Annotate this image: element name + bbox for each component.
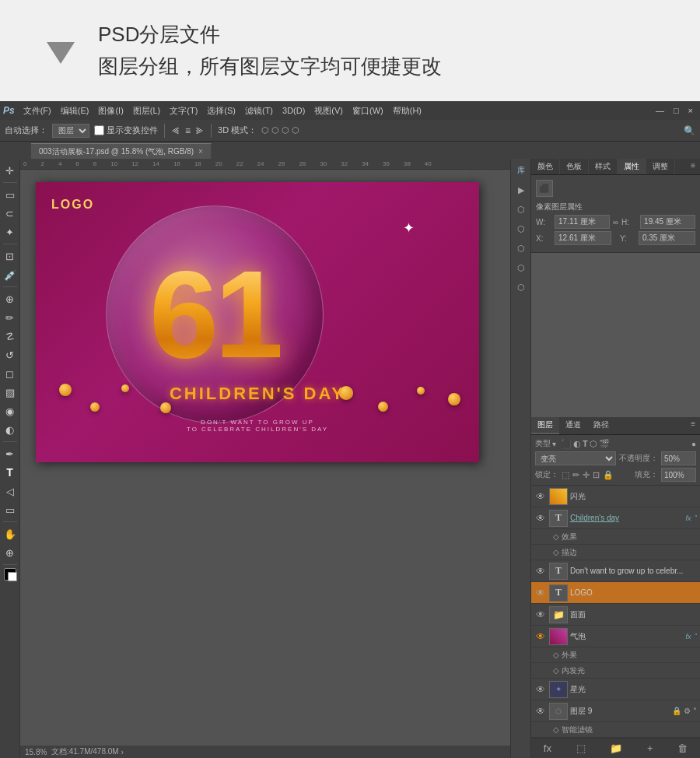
lock-artboard-icon[interactable]: ⊡ [593, 470, 600, 480]
win-maximize[interactable]: □ [670, 104, 683, 117]
layer-item-childrenday[interactable]: 👁 T Children's day fx ˄ [531, 507, 700, 529]
prop-y-value[interactable]: 0.35 厘米 [639, 231, 695, 245]
prop-h-value[interactable]: 19.45 厘米 [640, 215, 695, 229]
fill-input[interactable] [661, 468, 696, 482]
rt-icon-2[interactable]: ⬡ [513, 201, 530, 218]
rt-icon-5[interactable]: ⬡ [513, 259, 530, 276]
filter-smart-icon[interactable]: 🎬 [599, 439, 610, 449]
pen-tool[interactable]: ✒ [2, 445, 19, 462]
filter-dropdown-icon[interactable]: ▾ [552, 440, 556, 448]
menu-text[interactable]: 文字(T) [166, 104, 201, 118]
filter-pixel-icon[interactable]: ⬛ [561, 439, 572, 449]
blend-mode-select[interactable]: 变亮 [535, 451, 616, 465]
document-tab[interactable]: 003活动展板-17.psd @ 15.8% (气泡, RGB/8) × [31, 143, 212, 159]
lock-brush-icon[interactable]: ✏ [572, 470, 579, 480]
menu-edit[interactable]: 编辑(E) [57, 104, 93, 118]
path-selection-tool[interactable]: ◁ [2, 483, 19, 500]
arrow-icon[interactable]: › [119, 748, 124, 756]
history-brush-tool[interactable]: ↺ [2, 346, 19, 363]
gradient-tool[interactable]: ▨ [2, 384, 19, 401]
rt-icon-3[interactable]: ⬡ [513, 220, 530, 237]
move-tool[interactable]: ✛ [2, 162, 19, 179]
tab-properties[interactable]: 属性 [618, 159, 646, 174]
tab-color[interactable]: 颜色 [531, 159, 560, 174]
menu-view[interactable]: 视图(V) [310, 104, 347, 118]
layer-item-layer9[interactable]: 👁 ⬡ 图层 9 🔒 ⚙ ˄ [531, 700, 700, 722]
filter-toggle[interactable]: ● [691, 440, 696, 448]
hand-tool[interactable]: ✋ [2, 525, 19, 542]
library-panel-icon[interactable]: 库 [513, 162, 530, 179]
layer-item-logo[interactable]: 👁 T LOGO [531, 582, 700, 604]
search-icon[interactable]: 🔍 [684, 125, 695, 136]
blur-tool[interactable]: ◉ [2, 402, 19, 419]
menu-layer[interactable]: 图层(L) [129, 104, 164, 118]
eyedropper-tool[interactable]: 💉 [2, 266, 19, 283]
prop-w-value[interactable]: 17.11 厘米 [555, 215, 610, 229]
layer-eye-childrenday[interactable]: 👁 [534, 512, 547, 525]
layers-tab-channels[interactable]: 通道 [559, 417, 587, 434]
tab-swatch[interactable]: 色板 [560, 159, 589, 174]
menu-file[interactable]: 文件(F) [19, 104, 55, 118]
healing-brush-tool[interactable]: ⊕ [2, 290, 19, 307]
menu-window[interactable]: 窗口(W) [348, 104, 387, 118]
layers-tab-paths[interactable]: 路径 [587, 417, 615, 434]
prop-x-value[interactable]: 12.61 厘米 [555, 231, 611, 245]
add-mask-icon[interactable]: ⬚ [574, 740, 588, 756]
zoom-tool[interactable]: ⊕ [2, 544, 19, 561]
align-left-icon[interactable]: ⫷ [171, 125, 180, 136]
type-tool[interactable]: T [2, 464, 19, 481]
win-minimize[interactable]: — [652, 104, 668, 117]
layer-eye-bubble[interactable]: 👁 [534, 630, 547, 643]
align-center-icon[interactable]: ≡ [185, 125, 191, 136]
tab-close-button[interactable]: × [198, 147, 203, 156]
layer-settings-icon[interactable]: ⚙ ˄ [684, 707, 697, 715]
layer-eye-flashlight[interactable]: 👁 [534, 490, 547, 503]
menu-filter[interactable]: 滤镜(T) [241, 104, 277, 118]
delete-layer-icon[interactable]: 🗑 [675, 740, 690, 756]
rt-icon-1[interactable]: ▶ [513, 181, 530, 198]
lock-transparent-icon[interactable]: ⬚ [562, 470, 569, 480]
filter-shape-icon[interactable]: ⬡ [590, 439, 597, 449]
brush-tool[interactable]: ✏ [2, 309, 19, 326]
layers-menu-icon[interactable]: ≡ [686, 417, 700, 434]
auto-select-dropdown[interactable]: 图层 [52, 124, 89, 138]
layer-eye-subtitle[interactable]: 👁 [534, 565, 547, 577]
new-group-icon[interactable]: 📁 [607, 740, 625, 756]
lock-move-icon[interactable]: ✛ [583, 470, 590, 480]
layer-eye-starlight[interactable]: 👁 [534, 683, 547, 696]
filter-text-icon[interactable]: T [583, 439, 588, 448]
foreground-color[interactable] [4, 568, 16, 581]
menu-select[interactable]: 选择(S) [203, 104, 240, 118]
panel-menu-icon[interactable]: ≡ [686, 159, 700, 174]
shape-tool[interactable]: ▭ [2, 501, 19, 518]
layer-item-bubble[interactable]: 👁 气泡 fx ˄ [531, 626, 700, 647]
rt-icon-4[interactable]: ⬡ [513, 240, 530, 257]
lock-all-icon[interactable]: 🔒 [603, 470, 614, 480]
menu-3d[interactable]: 3D(D) [278, 104, 309, 117]
layer-eye-logo[interactable]: 👁 [534, 587, 547, 599]
layer-item-subtitle[interactable]: 👁 T Don't want to grow up to celebr... [531, 560, 700, 582]
prop-link-icon[interactable]: ∞ [613, 218, 618, 226]
tab-style[interactable]: 样式 [589, 159, 618, 174]
add-style-icon[interactable]: fx [541, 740, 554, 756]
layer-item-face[interactable]: 👁 📁 面面 [531, 604, 700, 626]
transform-controls-checkbox[interactable] [94, 125, 104, 135]
crop-tool[interactable]: ⊡ [2, 247, 19, 265]
opacity-input[interactable] [661, 451, 696, 465]
layers-tab-layers[interactable]: 图层 [531, 417, 559, 434]
filter-adjust-icon[interactable]: ◐ [573, 439, 581, 449]
magic-wand-tool[interactable]: ✦ [2, 223, 19, 240]
lasso-tool[interactable]: ⊂ [2, 205, 19, 222]
win-close[interactable]: × [684, 104, 697, 117]
new-layer-icon[interactable]: + [645, 740, 656, 756]
menu-help[interactable]: 帮助(H) [389, 104, 425, 118]
rt-icon-6[interactable]: ⬡ [513, 279, 530, 296]
dodge-tool[interactable]: ◐ [2, 421, 19, 438]
tab-adjustments[interactable]: 调整 [646, 159, 675, 174]
layer-item-starlight[interactable]: 👁 ✦ 星光 [531, 679, 700, 700]
layer-item-flashlight[interactable]: 👁 闪光 [531, 486, 700, 507]
align-right-icon[interactable]: ⫸ [195, 125, 205, 136]
menu-image[interactable]: 图像(I) [94, 104, 127, 118]
layer-eye-layer9[interactable]: 👁 [534, 705, 547, 718]
clone-stamp-tool[interactable]: ☡ [2, 328, 19, 345]
